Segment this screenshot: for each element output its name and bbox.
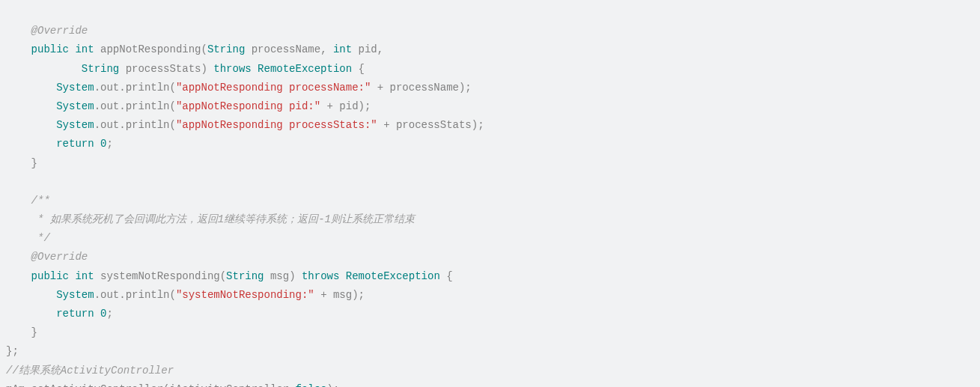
line-20: mAm.setActivityController(iActivityContr…	[6, 383, 339, 387]
concat: + msg);	[314, 289, 365, 301]
annotation-override: @Override	[31, 25, 88, 37]
line-5: System.out.println("appNotResponding pid…	[6, 100, 371, 112]
line-4: System.out.println("appNotResponding pro…	[6, 82, 472, 94]
semi: ;	[106, 308, 112, 320]
comment-start: /**	[31, 195, 50, 207]
paren-semi: );	[327, 383, 340, 387]
paren: )	[201, 63, 207, 75]
line-6: System.out.println("appNotResponding pro…	[6, 119, 484, 131]
type-system: System	[56, 100, 94, 112]
println: println	[126, 119, 170, 131]
brace: }	[31, 326, 37, 338]
comment-end: */	[31, 232, 50, 244]
paren: (	[169, 119, 175, 131]
paren: (	[169, 82, 175, 94]
param: processStats	[119, 63, 201, 75]
brace: {	[440, 270, 453, 282]
method-name: appNotResponding	[100, 43, 201, 55]
string-literal: "appNotResponding pid:"	[176, 100, 320, 112]
string-literal: "appNotResponding processName:"	[176, 82, 371, 94]
line-10: /**	[6, 195, 50, 207]
type-system: System	[56, 289, 94, 301]
line-8: }	[6, 157, 37, 169]
paren: (	[169, 289, 175, 301]
code-block: @Override public int appNotResponding(St…	[0, 0, 980, 387]
method-call: setActivityController	[31, 383, 163, 387]
kw-throws: throws	[207, 63, 252, 75]
line-14: public int systemNotResponding(String ms…	[6, 270, 453, 282]
type-string: String	[226, 270, 264, 282]
println: println	[126, 289, 170, 301]
type-system: System	[56, 119, 94, 131]
line-11: * 如果系统死机了会回调此方法，返回1继续等待系统；返回-1则让系统正常结束	[6, 213, 415, 225]
method-name: systemNotResponding	[100, 270, 220, 282]
line-15: System.out.println("systemNotResponding:…	[6, 289, 365, 301]
kw-int: int	[75, 43, 94, 55]
param: msg	[264, 270, 290, 282]
kw-public: public	[31, 43, 69, 55]
line-9	[6, 176, 12, 188]
paren: (	[169, 100, 175, 112]
dot: .	[94, 119, 100, 131]
kw-throws: throws	[296, 270, 340, 282]
string-literal: "appNotResponding processStats:"	[176, 119, 377, 131]
annotation-override: @Override	[31, 251, 88, 263]
number-zero: 0	[94, 308, 107, 320]
comma: ,	[377, 43, 383, 55]
dot: .	[119, 119, 125, 131]
line-1: @Override	[6, 25, 88, 37]
out: out	[100, 82, 119, 94]
println: println	[126, 100, 170, 112]
line-16: return 0;	[6, 308, 113, 320]
kw-public: public	[31, 270, 69, 282]
line-2: public int appNotResponding(String proce…	[6, 43, 383, 55]
dot: .	[94, 82, 100, 94]
line-19: //结果系统ActivityController	[6, 365, 174, 377]
concat: + processStats);	[377, 119, 484, 131]
kw-int: int	[75, 270, 94, 282]
type-string: String	[207, 43, 245, 55]
paren: (	[220, 270, 226, 282]
brace-semi: };	[6, 345, 19, 357]
comment-body: * 如果系统死机了会回调此方法，返回1继续等待系统；返回-1则让系统正常结束	[31, 213, 415, 225]
line-17: }	[6, 326, 37, 338]
brace: }	[31, 157, 37, 169]
kw-false: false	[296, 383, 327, 387]
line-3: String processStats) throws RemoteExcept…	[6, 63, 365, 75]
kw-return: return	[56, 138, 94, 150]
kw-return: return	[56, 308, 94, 320]
line-18: };	[6, 345, 19, 357]
param: processName	[245, 43, 320, 55]
kw-int: int	[327, 43, 353, 55]
paren: )	[289, 270, 295, 282]
dot: .	[119, 82, 125, 94]
dot: .	[119, 289, 125, 301]
dot: .	[119, 100, 125, 112]
semi: ;	[106, 138, 112, 150]
brace: {	[352, 63, 365, 75]
type-exception: RemoteException	[339, 270, 439, 282]
paren: (	[201, 43, 207, 55]
number-zero: 0	[94, 138, 107, 150]
dot: .	[94, 289, 100, 301]
line-13: @Override	[6, 251, 88, 263]
comma: ,	[289, 383, 295, 387]
type-exception: RemoteException	[252, 63, 352, 75]
string-literal: "systemNotResponding:"	[176, 289, 314, 301]
line-12: */	[6, 232, 50, 244]
type-system: System	[56, 82, 94, 94]
arg: iActivityController	[169, 383, 289, 387]
out: out	[100, 100, 119, 112]
comma: ,	[320, 43, 326, 55]
println: println	[126, 82, 170, 94]
line-comment: //结果系统ActivityController	[6, 365, 174, 377]
line-7: return 0;	[6, 138, 113, 150]
concat: + pid);	[320, 100, 371, 112]
ident-mam: mAm	[6, 383, 25, 387]
out: out	[100, 119, 119, 131]
dot: .	[25, 383, 31, 387]
out: out	[100, 289, 119, 301]
dot: .	[94, 100, 100, 112]
type-string: String	[82, 63, 119, 75]
concat: + processName);	[371, 82, 471, 94]
